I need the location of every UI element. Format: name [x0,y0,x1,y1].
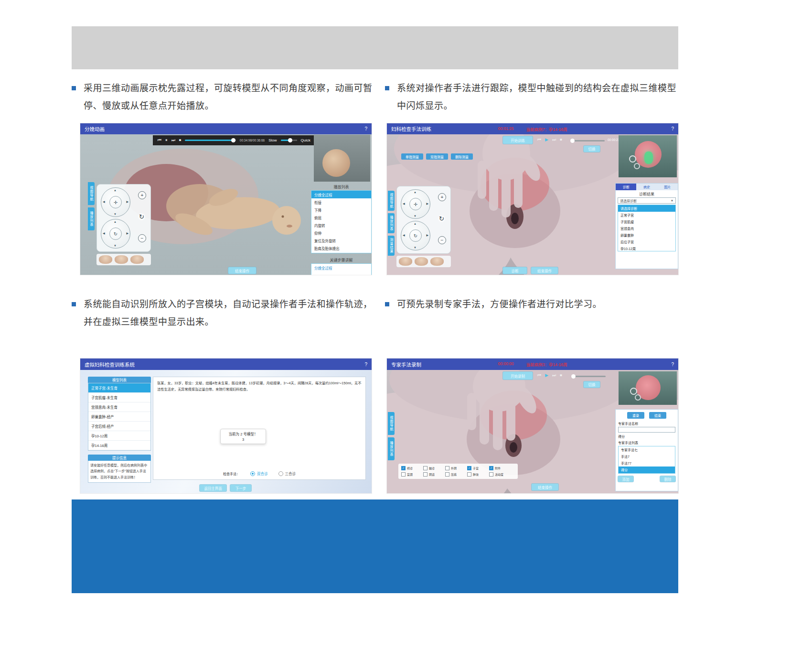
model-list-item[interactable]: 孕14-16周 [88,441,150,450]
next-step-button[interactable]: 下一步 [230,485,251,491]
zoom-in-button[interactable]: + [138,191,146,199]
pan-center-icon[interactable]: ✛ [109,196,122,208]
model-list-item[interactable]: 宫颈息肉-未生育 [88,402,150,412]
skip-forward-icon[interactable]: ⏭ [552,373,556,378]
checkbox-item[interactable]: ✓ 触诊 [423,466,444,470]
record-progress-slider[interactable] [570,140,605,141]
reset-rotate-button[interactable]: ↻ [138,213,145,220]
speed-slider[interactable] [281,140,297,141]
tab-view-navigation[interactable]: 视图导航 [88,182,95,205]
key-step-item[interactable]: 分娩全过程 [311,264,371,271]
playlist-item[interactable]: 分娩全过程 [311,191,371,198]
help-icon[interactable]: ? [364,126,367,131]
zoom-out-button[interactable]: − [138,234,146,242]
delete-measure-button[interactable]: 删除测量 [451,153,473,160]
result-tab[interactable]: 图片 [657,184,678,190]
technique-item[interactable]: 手法7 [619,453,675,460]
skip-forward-icon[interactable]: ⏭ [552,138,556,142]
record-progress-slider[interactable] [571,376,606,377]
checkbox-item[interactable]: ✓ 外阴 [445,466,466,470]
technique-item[interactable]: 手法77 [619,460,675,467]
checkbox-item[interactable]: ✓ 视诊 [401,466,422,470]
model-thumb-1[interactable] [399,257,412,266]
checkbox-item[interactable]: ✓ 阴道 [423,472,444,477]
help-icon[interactable]: ? [671,362,674,367]
model-thumb-2[interactable] [115,255,128,264]
checkbox-item[interactable]: ✓ 压痛 [445,472,466,477]
skip-back-icon[interactable]: ⏮ [537,373,541,378]
pause-icon[interactable]: ⏸ [165,138,168,142]
technique-item[interactable]: 得分 [619,467,675,473]
diagnosis-option[interactable]: 卵巢囊肿 [618,232,675,239]
start-recording-button[interactable]: 开始录制 [503,372,533,380]
fetus-head-mini-view[interactable] [314,135,370,182]
pan-dpad[interactable]: ▲▼ ◀▶ ✛ [101,187,130,217]
finish-button[interactable]: 结束 [649,412,666,419]
model-list-item[interactable]: 孕10-12周 [88,431,150,441]
model-thumb-2[interactable] [415,257,428,266]
rotate-dpad[interactable]: ▲▼ ◀▶ ↻ [101,219,130,249]
stop-icon[interactable]: ⏹ [179,138,182,142]
diagnose-button[interactable]: 诊断 [503,267,527,274]
checkbox-item[interactable]: ✓ 子宫 [467,466,488,470]
playlist-item[interactable]: 俯屈 [311,214,371,221]
diagnosis-option[interactable]: 请选择诊断 [618,205,675,212]
end-operation-button[interactable]: 结束操作 [531,267,558,274]
stop-icon[interactable]: ⏹ [560,373,562,378]
progress-slider[interactable] [185,140,236,141]
diagnosis-option[interactable]: 子宫肌瘤 [618,218,675,225]
rotate-center-icon[interactable]: ↻ [109,228,122,240]
model-list-item[interactable]: 子宫肌瘤-未生育 [88,393,150,402]
add-button[interactable]: 添加 [618,476,633,482]
playlist-item[interactable]: 仰伸 [311,229,371,237]
switch-view-button[interactable]: 切换 [584,381,600,388]
model-list-item[interactable]: 正常子宫-未生育 [88,383,150,393]
model-list-item[interactable]: 卵巢囊肿-经产 [88,412,150,422]
model-thumb-3[interactable] [430,257,444,266]
tab-view-navigation[interactable]: 视图导航 [388,191,395,211]
model-list-item[interactable]: 子宫后倾-经产 [88,422,150,431]
tab-playlist[interactable]: 播放列表 [88,207,95,230]
result-tab[interactable]: 病史 [636,184,657,190]
technique-name-input[interactable] [618,427,675,433]
playlist-item[interactable]: 衔接 [311,198,371,206]
radio-trimanual[interactable]: 三合诊 [278,471,296,476]
double-finger-measure-button[interactable]: 双指测量 [426,153,448,160]
organ-mini-view[interactable] [619,371,677,405]
playlist-item[interactable]: 胎肩及胎体娩出 [311,244,371,252]
start-training-button[interactable]: 开始训练 [503,136,533,144]
end-operation-button[interactable]: 结束操作 [228,267,256,274]
checkbox-item[interactable]: ✓ 肿块 [467,472,488,477]
tab-playlist[interactable]: 播放列表 [388,213,395,233]
skip-back-icon[interactable]: ⏮ [158,138,161,142]
end-operation-button[interactable]: 结束操作 [532,484,558,490]
radio-bimanual[interactable]: 双合诊 [250,471,268,476]
back-button[interactable]: 返回主界面 [200,485,226,491]
checkbox-item[interactable]: ✓ 附件 [489,466,510,470]
diagnosis-option[interactable]: 孕10-12周 [618,245,675,251]
rerecord-button[interactable]: 重录 [627,412,644,419]
play-icon[interactable]: ▶ [545,373,548,378]
diagnosis-dropdown[interactable]: 请选择诊断 ▼ [618,197,676,204]
reset-rotate-button[interactable]: ↻ [438,215,445,222]
playlist-item[interactable]: 下降 [311,206,371,214]
delete-button[interactable]: 删除 [660,476,675,482]
checkbox-item[interactable]: ✓ 宫颈 [401,472,422,477]
technique-item[interactable]: 专家手法七 [619,446,675,453]
diagnosis-option[interactable]: 后位子宫 [618,239,675,245]
organ-mini-view[interactable] [619,135,677,177]
zoom-out-button[interactable]: − [438,236,446,244]
diagnosis-option[interactable]: 宫颈息肉 [618,225,675,232]
tab-measure-results[interactable]: 测量结果 [388,236,395,256]
help-icon[interactable]: ? [671,126,674,131]
stop-icon[interactable]: ⏹ [560,138,562,142]
tab-view-navigation[interactable]: 视图导航 [388,412,395,435]
pan-dpad[interactable]: ▲▼ ◀▶ ✛ [401,189,430,219]
checkbox-item[interactable]: ✓ 活动度 [489,472,510,477]
switch-view-button[interactable]: 切换 [584,146,600,152]
rotate-center-icon[interactable]: ↻ [409,229,422,242]
zoom-in-button[interactable]: + [438,193,446,201]
diagnosis-option[interactable]: 正常子宫 [618,212,675,218]
result-tab[interactable]: 诊断 [616,184,636,190]
playlist-item[interactable]: 复位及外旋转 [311,237,371,244]
